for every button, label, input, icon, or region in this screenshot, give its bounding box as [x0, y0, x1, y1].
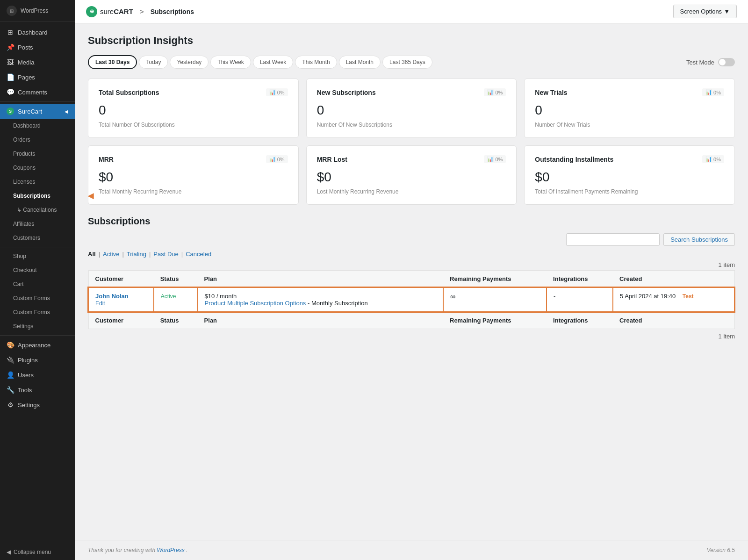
sidebar-item-customer-area[interactable]: Custom Forms	[0, 291, 75, 305]
metric-badge-value: 0%	[495, 90, 503, 95]
filter-tab-active[interactable]: Active	[103, 251, 119, 258]
metric-card-header: New Trials 📊 0%	[535, 88, 724, 96]
page-content: Subscription Insights Last 30 Days Today…	[75, 23, 748, 540]
plan-name-link[interactable]: Product Multiple Subscription Options	[205, 300, 306, 307]
tools-icon: 🔧	[7, 386, 14, 394]
sidebar-item-label: Custom Forms	[13, 309, 50, 316]
sidebar-item-label: Orders	[13, 136, 30, 143]
sidebar-item-shop[interactable]: Shop	[0, 249, 75, 263]
table-toolbar: Search Subscriptions	[88, 233, 735, 246]
settings-icon: ⚙	[7, 401, 14, 409]
sidebar-item-products[interactable]: Products	[0, 147, 75, 161]
sidebar-item-customers[interactable]: Customers	[0, 231, 75, 245]
sidebar-item-cart[interactable]: Cart	[0, 277, 75, 291]
footer-text: Thank you for creating with WordPress .	[88, 547, 187, 553]
screen-options-button[interactable]: Screen Options ▼	[673, 5, 737, 18]
sidebar-item-dashboard-wp[interactable]: ⊞ Dashboard	[0, 25, 75, 40]
period-tab-today[interactable]: Today	[139, 56, 168, 69]
metric-card-outstanding-installments: Outstanding Installments 📊 0% $0 Total O…	[524, 145, 735, 205]
col-status-footer: Status	[154, 312, 198, 329]
sidebar-item-cancellations[interactable]: ↳ Cancellations	[0, 203, 75, 217]
breadcrumb-separator: >	[140, 7, 144, 15]
search-subscriptions-button[interactable]: Search Subscriptions	[663, 233, 735, 246]
surecart-arrow: ◀	[65, 109, 68, 114]
sidebar-item-label: ↳ Cancellations	[17, 207, 57, 213]
filter-tab-past-due[interactable]: Past Due	[153, 251, 178, 258]
sidebar-item-orders[interactable]: Orders	[0, 133, 75, 147]
sidebar-item-affiliates[interactable]: Affiliates	[0, 217, 75, 231]
customer-name-link[interactable]: John Nolan	[95, 293, 129, 300]
surecart-icon: S	[7, 108, 14, 115]
sidebar-item-pages[interactable]: 📄 Pages	[0, 70, 75, 85]
col-created: Created	[613, 271, 734, 288]
metric-card-header: Outstanding Installments 📊 0%	[535, 155, 724, 163]
col-customer-footer: Customer	[88, 312, 154, 329]
period-tab-last30[interactable]: Last 30 Days	[88, 55, 137, 69]
sidebar-item-label: Checkout	[13, 267, 37, 273]
sidebar-item-subscriptions[interactable]: Subscriptions ◄	[0, 189, 75, 203]
sidebar-item-settings[interactable]: ⚙ Settings	[0, 397, 75, 412]
sidebar-item-plugins[interactable]: 🔌 Plugins	[0, 352, 75, 367]
screen-options-label: Screen Options	[680, 8, 722, 15]
metric-badge: 📊 0%	[702, 88, 724, 96]
period-tab-thisweek[interactable]: This Week	[210, 56, 251, 69]
cell-remaining-payments: ∞	[443, 287, 547, 312]
filter-tab-trialing[interactable]: Trialing	[127, 251, 146, 258]
wordpress-link[interactable]: WordPress	[157, 547, 184, 553]
sidebar-item-comments[interactable]: 💬 Comments	[0, 85, 75, 100]
sidebar-item-surecart[interactable]: S SureCart ◀	[0, 104, 75, 119]
sidebar-item-coupons[interactable]: Coupons	[0, 161, 75, 175]
customer-edit-link[interactable]: Edit	[95, 300, 105, 307]
metric-value: 0	[317, 103, 506, 118]
metric-badge-value: 0%	[277, 90, 285, 95]
sidebar-item-label: Coupons	[13, 165, 36, 171]
table-foot: Customer Status Plan Remaining Payments …	[88, 312, 734, 329]
collapse-icon: ◀	[7, 549, 11, 555]
metric-badge: 📊 0%	[484, 155, 506, 163]
sidebar-item-label: Cart	[13, 281, 24, 287]
test-badge: Test	[683, 293, 694, 300]
metric-title: MRR	[99, 156, 114, 163]
sidebar-item-users[interactable]: 👤 Users	[0, 367, 75, 382]
period-tabs: Last 30 Days Today Yesterday This Week L…	[88, 55, 735, 69]
pages-icon: 📄	[7, 73, 14, 81]
search-subscriptions-input[interactable]	[566, 233, 660, 246]
sidebar-item-tools[interactable]: 🔧 Tools	[0, 382, 75, 397]
metric-card-header: MRR 📊 0%	[99, 155, 288, 163]
sidebar-item-label: Users	[18, 372, 34, 379]
sidebar-item-label: Products	[13, 151, 35, 157]
test-mode-toggle[interactable]	[718, 58, 735, 66]
filter-tab-canceled[interactable]: Canceled	[186, 251, 211, 258]
period-tab-last365[interactable]: Last 365 Days	[382, 56, 432, 69]
table-row: John Nolan Edit Active $10 / month Produ…	[88, 287, 734, 312]
sidebar-item-label: Tools	[18, 387, 32, 394]
period-tab-thismonth[interactable]: This Month	[295, 56, 337, 69]
topbar: ⊕ sureCART > Subscriptions Screen Option…	[75, 0, 748, 23]
filter-tab-all[interactable]: All	[88, 251, 96, 258]
metric-card-header: Total Subscriptions 📊 0%	[99, 88, 288, 96]
sidebar-divider-3	[0, 335, 75, 336]
period-tab-yesterday[interactable]: Yesterday	[170, 56, 209, 69]
period-tab-lastweek[interactable]: Last Week	[253, 56, 293, 69]
metric-card-mrr: MRR 📊 0% $0 Total Monthly Recurring Reve…	[88, 145, 299, 205]
test-mode-area: Test Mode	[686, 58, 735, 66]
metric-title: MRR Lost	[317, 156, 347, 163]
sidebar-item-licenses[interactable]: Licenses	[0, 175, 75, 189]
sidebar-item-custom-forms[interactable]: Custom Forms	[0, 305, 75, 319]
sidebar-item-sc-dashboard[interactable]: Dashboard	[0, 119, 75, 133]
toggle-knob	[719, 59, 726, 65]
sidebar-item-checkout[interactable]: Checkout	[0, 263, 75, 277]
sidebar-item-posts[interactable]: 📌 Posts	[0, 40, 75, 55]
collapse-menu-button[interactable]: ◀ Collapse menu	[0, 544, 75, 560]
item-count-top: 1 item	[88, 261, 735, 268]
period-tab-lastmonth[interactable]: Last Month	[339, 56, 381, 69]
surecart-logo-circle: ⊕	[86, 6, 97, 17]
sidebar-item-media[interactable]: 🖼 Media	[0, 55, 75, 70]
table-header-row: Customer Status Plan Remaining Payments …	[88, 271, 734, 288]
chevron-down-icon: ▼	[724, 8, 730, 15]
sidebar-item-appearance[interactable]: 🎨 Appearance	[0, 337, 75, 352]
cell-integrations: -	[547, 287, 613, 312]
sidebar-item-settings-sc[interactable]: Settings	[0, 319, 75, 333]
col-plan: Plan	[198, 271, 443, 288]
cell-plan: $10 / month Product Multiple Subscriptio…	[198, 287, 443, 312]
